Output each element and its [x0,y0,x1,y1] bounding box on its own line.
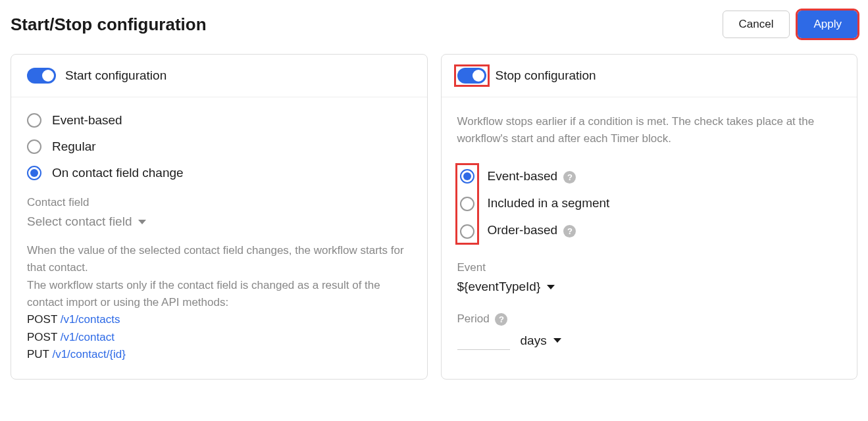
help-icon[interactable]: ? [563,171,576,184]
api-link-contact-id[interactable]: /v1/contact/{id} [52,348,126,360]
cancel-button[interactable]: Cancel [723,11,790,38]
start-panel-header: Start configuration [11,55,427,97]
period-label: Period ? [457,312,842,326]
radio-label: Event-based [52,113,122,128]
start-help-text: When the value of the selected contact f… [27,242,411,363]
start-toggle[interactable] [27,68,56,84]
radio-stop-event-based-circle[interactable] [460,169,474,184]
stop-config-panel: Stop configuration Workflow stops earlie… [441,54,858,380]
period-unit: days [521,334,547,348]
help-icon[interactable]: ? [563,225,576,237]
start-panel-title: Start configuration [65,68,166,83]
chevron-down-icon [547,285,555,289]
radio-stop-included-segment-circle[interactable] [460,197,474,211]
radio-stop-order-based-circle[interactable] [460,224,474,239]
stop-panel-header: Stop configuration [442,55,857,97]
radio-stop-included-segment[interactable]: Included in a segment [488,196,610,210]
stop-description: Workflow stops earlier if a condition is… [457,113,842,147]
start-config-panel: Start configuration Event-based Regular … [11,54,428,380]
radio-circle [27,113,41,128]
api-link-contacts[interactable]: /v1/contacts [61,313,120,326]
start-radio-group: Event-based Regular On contact field cha… [27,113,411,180]
header-buttons: Cancel Apply [723,11,857,38]
contact-field-select[interactable]: Select contact field [27,214,411,229]
event-select[interactable]: ${eventTypeId} [457,280,842,294]
radio-event-based[interactable]: Event-based [27,113,411,128]
radio-regular[interactable]: Regular [27,139,411,154]
radio-stop-event-based[interactable]: Event-based ? [488,169,610,184]
page-title: Start/Stop configuration [11,14,207,35]
help-icon[interactable]: ? [495,313,507,326]
api-link-contact[interactable]: /v1/contact [61,331,115,343]
radio-label: Regular [52,139,96,154]
event-label: Event [457,261,842,274]
contact-field-label: Contact field [27,196,411,209]
apply-button[interactable]: Apply [798,11,857,38]
radio-label: On contact field change [52,166,184,180]
stop-toggle[interactable] [457,68,486,84]
contact-field-placeholder: Select contact field [27,214,132,229]
radio-circle [27,139,41,154]
event-value: ${eventTypeId} [457,280,541,294]
period-unit-select[interactable]: days [521,334,561,348]
stop-panel-title: Stop configuration [496,68,596,83]
radio-stop-order-based[interactable]: Order-based ? [488,223,610,237]
chevron-down-icon [138,220,146,224]
radio-on-contact-field-change[interactable]: On contact field change [27,166,411,180]
radio-circle [27,166,41,180]
period-input[interactable] [457,331,510,350]
stop-radio-highlight [457,165,477,243]
chevron-down-icon [553,338,561,343]
